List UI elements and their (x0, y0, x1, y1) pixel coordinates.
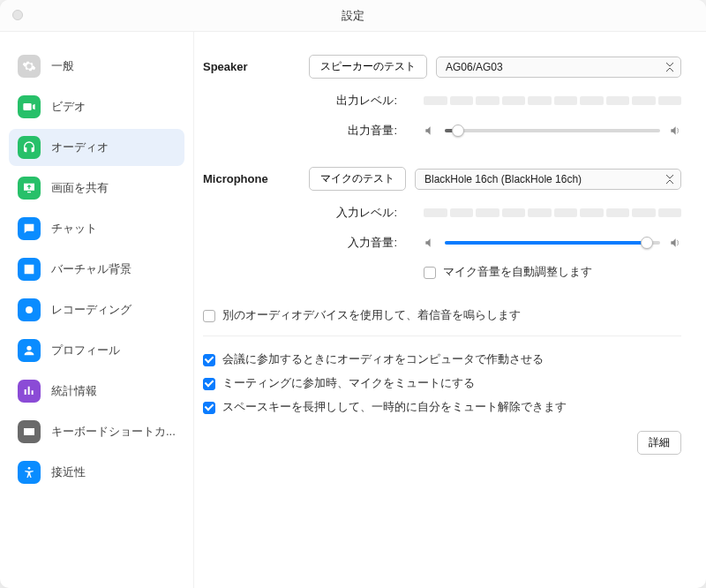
gear-icon (18, 55, 41, 78)
volume-low-icon (424, 237, 436, 249)
mute-on-join-label: ミーティングに参加時、マイクをミュートにする (222, 376, 475, 391)
traffic-lights (12, 10, 23, 20)
input-level-meter (424, 208, 681, 217)
advanced-button[interactable]: 詳細 (637, 431, 681, 455)
sidebar-item-label: キーボードショートカ... (51, 424, 176, 440)
sidebar-item-label: チャット (51, 221, 97, 237)
sidebar-item-profile[interactable]: プロフィール (9, 332, 184, 369)
space-unmute-label: スペースキーを長押しして、一時的に自分をミュート解除できます (222, 400, 567, 415)
sidebar-item-label: レコーディング (51, 302, 131, 318)
sidebar-item-label: 一般 (51, 58, 74, 74)
sidebar-item-label: オーディオ (51, 139, 109, 155)
person-icon (18, 339, 41, 362)
input-volume-label: 入力音量: (203, 235, 424, 251)
svg-point-1 (28, 467, 31, 470)
sidebar-item-label: 統計情報 (51, 383, 97, 399)
auto-adjust-mic-label: マイク音量を自動調整します (443, 265, 592, 280)
keyboard-icon (18, 420, 41, 443)
settings-window: 設定 一般 ビデオ オーディオ (0, 0, 706, 588)
join-with-computer-audio-checkbox[interactable] (203, 354, 215, 366)
volume-high-icon (669, 237, 681, 249)
window-title: 設定 (342, 8, 364, 24)
output-volume-slider[interactable] (445, 124, 660, 138)
volume-high-icon (669, 124, 681, 137)
ringtone-device-checkbox[interactable] (203, 310, 215, 322)
volume-low-icon (424, 124, 436, 137)
join-with-computer-audio-label: 会議に参加するときにオーディオをコンピュータで作動させる (222, 352, 544, 367)
auto-adjust-mic-checkbox[interactable] (424, 267, 436, 279)
mic-device-select[interactable]: BlackHole 16ch (BlackHole 16ch) (415, 169, 681, 190)
mic-device-value: BlackHole 16ch (BlackHole 16ch) (424, 173, 582, 185)
ringtone-device-label: 別のオーディオデバイスを使用して、着信音を鳴らします (222, 308, 521, 323)
sidebar-item-label: プロフィール (51, 343, 120, 358)
sidebar-item-general[interactable]: 一般 (9, 48, 184, 85)
sidebar-item-shortcuts[interactable]: キーボードショートカ... (9, 413, 184, 450)
microphone-heading: Microphone (203, 172, 309, 185)
sidebar-item-share-screen[interactable]: 画面を共有 (9, 170, 184, 207)
sidebar-item-label: 接近性 (51, 464, 86, 480)
audio-settings-panel: Speaker スピーカーのテスト AG06/AG03 出力レベル: (194, 32, 706, 588)
speaker-device-value: AG06/AG03 (446, 61, 503, 73)
output-level-label: 出力レベル: (203, 93, 424, 109)
sidebar-item-chat[interactable]: チャット (9, 210, 184, 247)
output-volume-label: 出力音量: (203, 123, 424, 139)
sidebar-item-virtual-bg[interactable]: バーチャル背景 (9, 251, 184, 288)
sidebar-item-recording[interactable]: レコーディング (9, 291, 184, 328)
sidebar-item-label: ビデオ (51, 99, 86, 115)
mute-on-join-checkbox[interactable] (203, 378, 215, 390)
sidebar-item-accessibility[interactable]: 接近性 (9, 454, 184, 491)
titlebar: 設定 (0, 0, 706, 32)
sidebar-item-audio[interactable]: オーディオ (9, 129, 184, 166)
space-unmute-checkbox[interactable] (203, 402, 215, 414)
image-icon (18, 258, 41, 281)
sidebar-item-statistics[interactable]: 統計情報 (9, 373, 184, 410)
accessibility-icon (18, 461, 41, 484)
share-screen-icon (18, 177, 41, 200)
close-dot[interactable] (12, 10, 23, 20)
svg-point-0 (26, 306, 33, 313)
record-icon (18, 298, 41, 321)
sidebar-item-label: バーチャル背景 (51, 261, 131, 277)
input-level-label: 入力レベル: (203, 205, 424, 221)
headphone-icon (18, 136, 41, 159)
speaker-heading: Speaker (203, 60, 309, 73)
test-speaker-button[interactable]: スピーカーのテスト (309, 55, 427, 79)
video-icon (18, 95, 41, 118)
sidebar: 一般 ビデオ オーディオ 画面を共有 (0, 32, 194, 588)
bar-chart-icon (18, 380, 41, 403)
sidebar-item-video[interactable]: ビデオ (9, 88, 184, 125)
separator (203, 335, 681, 336)
chat-icon (18, 217, 41, 240)
speaker-device-select[interactable]: AG06/AG03 (436, 57, 681, 78)
test-mic-button[interactable]: マイクのテスト (309, 167, 406, 191)
input-volume-slider[interactable] (445, 236, 660, 250)
sidebar-item-label: 画面を共有 (51, 180, 109, 196)
output-level-meter (424, 96, 681, 105)
